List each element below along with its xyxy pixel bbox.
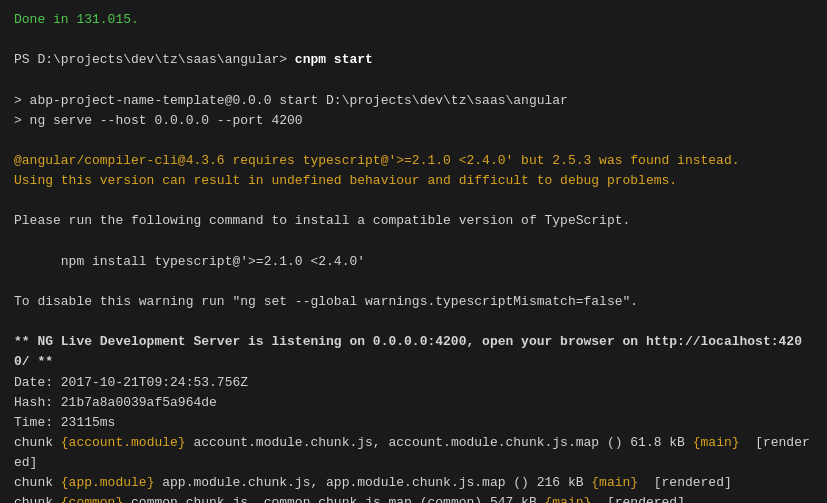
warning-ts-line1: @angular/compiler-cli@4.3.6 requires typ…: [14, 151, 813, 171]
terminal: Done in 131.015. PS D:\projects\dev\tz\s…: [14, 10, 813, 503]
chunk-common: chunk {common} common.chunk.js, common.c…: [14, 493, 813, 503]
warning-ts-line2: Using this version can result in undefin…: [14, 171, 813, 191]
npm-script-line1: > abp-project-name-template@0.0.0 start …: [14, 91, 813, 111]
done-line: Done in 131.015.: [14, 10, 813, 30]
date-line: Date: 2017-10-21T09:24:53.756Z: [14, 373, 813, 393]
install-cmd: npm install typescript@'>=2.1.0 <2.4.0': [14, 252, 813, 272]
npm-script-line2: > ng serve --host 0.0.0.0 --port 4200: [14, 111, 813, 131]
ng-server-line: ** NG Live Development Server is listeni…: [14, 332, 813, 372]
disable-warning-msg: To disable this warning run "ng set --gl…: [14, 292, 813, 312]
chunk-app: chunk {app.module} app.module.chunk.js, …: [14, 473, 813, 493]
prompt-line: PS D:\projects\dev\tz\saas\angular> cnpm…: [14, 50, 813, 70]
install-msg: Please run the following command to inst…: [14, 211, 813, 231]
chunk-account: chunk {account.module} account.module.ch…: [14, 433, 813, 473]
hash-line: Hash: 21b7a8a0039af5a964de: [14, 393, 813, 413]
time-line: Time: 23115ms: [14, 413, 813, 433]
